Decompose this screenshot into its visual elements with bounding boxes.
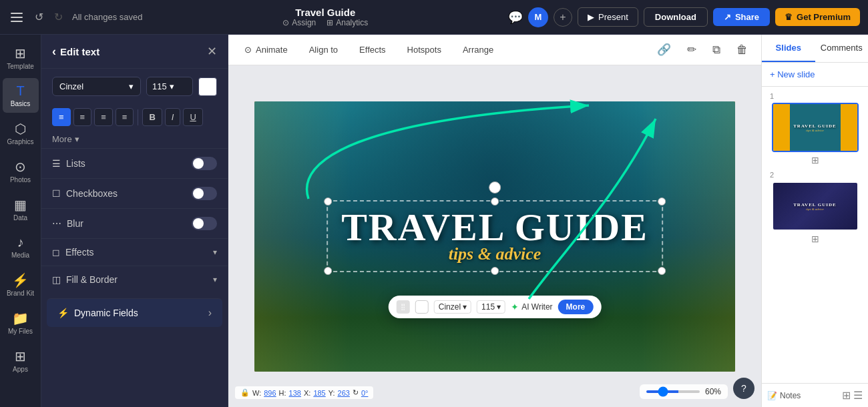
fill-border-section-header[interactable]: ◫ Fill & Border ▾ xyxy=(52,274,217,285)
ai-icon: ✦ xyxy=(511,302,519,312)
handle-bl[interactable] xyxy=(324,267,332,275)
new-slide-button[interactable]: + New slide xyxy=(762,63,868,87)
sidebar-item-photos[interactable]: ⊙ Photos xyxy=(3,153,39,189)
myfiles-label: My Files xyxy=(8,328,33,335)
help-button[interactable]: ? xyxy=(733,378,754,399)
premium-button[interactable]: ♛ Get Premium xyxy=(775,8,860,26)
assign-meta[interactable]: ⊙ Assign xyxy=(282,18,316,27)
slide-item-1[interactable]: 1 TRAVEL GUIDE tips & advice ⊞ xyxy=(767,92,863,165)
slide2-action-icon[interactable]: ⊞ xyxy=(811,234,819,244)
size-chevron: ▾ xyxy=(170,81,174,91)
align-center-button[interactable]: ≡ xyxy=(73,108,92,126)
ft-size-value: 115 xyxy=(481,302,495,312)
present-button[interactable]: ▶ Present xyxy=(578,7,638,27)
handle-br[interactable] xyxy=(658,267,666,275)
handle-tc[interactable] xyxy=(491,197,499,206)
slide-thumb-1[interactable]: TRAVEL GUIDE tips & advice xyxy=(772,103,859,152)
ft-font-selector[interactable]: Cinzel ▾ xyxy=(434,300,471,314)
list-view-button[interactable]: ☰ xyxy=(853,389,863,402)
checkboxes-section-header[interactable]: ☐ Checkboxes xyxy=(52,187,217,200)
blur-toggle[interactable] xyxy=(192,217,217,230)
ft-more-button[interactable]: More xyxy=(558,300,594,314)
analytics-meta[interactable]: ⊞ Analytics xyxy=(327,18,368,27)
ft-ai-writer[interactable]: ✦ AI Writer xyxy=(511,302,552,312)
crown-icon: ♛ xyxy=(785,12,793,22)
download-button[interactable]: Download xyxy=(644,7,708,27)
tab-comments[interactable]: Comments xyxy=(815,35,869,62)
text-color-swatch[interactable] xyxy=(198,77,217,96)
delete-icon[interactable]: 🗑 xyxy=(734,41,750,59)
canvas[interactable]: ↻ TRAVEL GUIDE tips & advice xyxy=(254,101,735,372)
animate-button[interactable]: ⊙ Animate xyxy=(239,42,293,57)
checkboxes-toggle[interactable] xyxy=(192,187,217,200)
underline-button[interactable]: U xyxy=(183,108,202,126)
panel-close-button[interactable]: ✕ xyxy=(207,44,217,59)
lists-section-header[interactable]: ☰ Lists xyxy=(52,157,217,170)
rotation-value: 0° xyxy=(361,389,369,397)
tab-slides[interactable]: Slides xyxy=(762,35,815,62)
topbar-meta: ⊙ Assign ⊞ Analytics xyxy=(282,18,368,27)
ft-drag-icon[interactable]: ⣿ xyxy=(397,300,410,314)
notes-button[interactable]: 📝 Notes xyxy=(767,389,801,402)
arrange-button[interactable]: Arrange xyxy=(457,42,499,57)
grid-view-button[interactable]: ⊞ xyxy=(842,389,851,402)
photos-icon: ⊙ xyxy=(15,159,26,175)
avatar[interactable]: M xyxy=(528,7,548,27)
align-left-button[interactable]: ≡ xyxy=(52,108,71,126)
hotspots-button[interactable]: Hotspots xyxy=(402,42,447,57)
zoom-slider[interactable] xyxy=(646,390,700,393)
effects-section-header[interactable]: ◻ Effects ▾ xyxy=(52,247,217,258)
sidebar-item-brandkit[interactable]: ⚡ Brand Kit xyxy=(3,267,39,302)
blur-section: ⋯ Blur xyxy=(41,208,228,238)
graphics-icon: ⬡ xyxy=(15,121,26,137)
align-to-button[interactable]: Align to xyxy=(304,42,343,57)
handle-tl[interactable] xyxy=(324,197,332,206)
hamburger-menu[interactable] xyxy=(8,10,25,25)
animate-icon: ⊙ xyxy=(244,45,252,55)
dimensions-status: 🔒 W: 896 H: 138 X: 185 Y: 263 ↻ 0° xyxy=(235,386,373,399)
italic-button[interactable]: I xyxy=(165,108,181,126)
ft-size-selector[interactable]: 115 ▾ xyxy=(477,300,505,314)
title-container[interactable]: ↻ TRAVEL GUIDE tips & advice xyxy=(327,200,663,272)
align-justify-button[interactable]: ≡ xyxy=(116,108,134,126)
font-size-selector[interactable]: 115 ▾ xyxy=(146,77,193,96)
bold-button[interactable]: B xyxy=(142,108,162,126)
sidebar-item-basics[interactable]: T Basics xyxy=(3,78,39,113)
sidebar-item-apps[interactable]: ⊞ Apps xyxy=(3,343,39,378)
undo-button[interactable]: ↺ xyxy=(31,8,47,26)
dynamic-fields-header[interactable]: ⚡ Dynamic Fields › xyxy=(57,307,212,319)
slide-thumb-2[interactable]: TRAVEL GUIDE tips & advice xyxy=(772,181,859,231)
redo-button[interactable]: ↻ xyxy=(50,8,67,26)
sidebar-item-template[interactable]: ⊞ Template xyxy=(3,40,39,75)
sidebar-item-media[interactable]: ♪ Media xyxy=(3,230,39,264)
sidebar-item-myfiles[interactable]: 📁 My Files xyxy=(3,305,39,340)
rotate-handle[interactable]: ↻ xyxy=(489,181,501,193)
align-right-button[interactable]: ≡ xyxy=(94,108,113,126)
link-icon[interactable]: 🔗 xyxy=(654,40,674,59)
dynamic-icon: ⚡ xyxy=(57,308,69,318)
handle-bc[interactable] xyxy=(491,267,499,275)
basics-icon: T xyxy=(16,83,24,99)
fill-border-section: ◫ Fill & Border ▾ xyxy=(41,266,228,293)
share-button[interactable]: ↗ Share xyxy=(713,8,770,26)
canvas-title-line1: TRAVEL GUIDE xyxy=(341,208,648,247)
sidebar-item-graphics[interactable]: ⬡ Graphics xyxy=(3,115,39,151)
slide-item-2[interactable]: 2 TRAVEL GUIDE tips & advice ⊞ xyxy=(767,171,863,244)
back-icon[interactable]: ‹ xyxy=(52,45,56,59)
blur-section-header[interactable]: ⋯ Blur xyxy=(52,217,217,230)
effects-button[interactable]: Effects xyxy=(354,42,391,57)
comments-button[interactable]: 💬 xyxy=(508,10,523,25)
lists-toggle[interactable] xyxy=(192,157,217,170)
pen-icon[interactable]: ✏ xyxy=(684,40,699,59)
sidebar-item-data[interactable]: ▦ Data xyxy=(3,191,39,227)
edit-text-panel: ‹ Edit text ✕ Cinzel ▾ 115 ▾ ≡ ≡ ≡ ≡ B xyxy=(41,35,228,407)
slide1-action-icon[interactable]: ⊞ xyxy=(811,155,819,165)
myfiles-icon: 📁 xyxy=(12,310,29,326)
handle-tr[interactable] xyxy=(658,197,666,206)
more-button[interactable]: More ▾ xyxy=(52,134,79,144)
height-label: H: xyxy=(279,389,286,397)
copy-icon[interactable]: ⧉ xyxy=(710,41,723,59)
ft-color-swatch[interactable] xyxy=(415,300,429,314)
font-selector[interactable]: Cinzel ▾ xyxy=(52,77,141,96)
add-collaborator-button[interactable]: + xyxy=(554,8,572,27)
